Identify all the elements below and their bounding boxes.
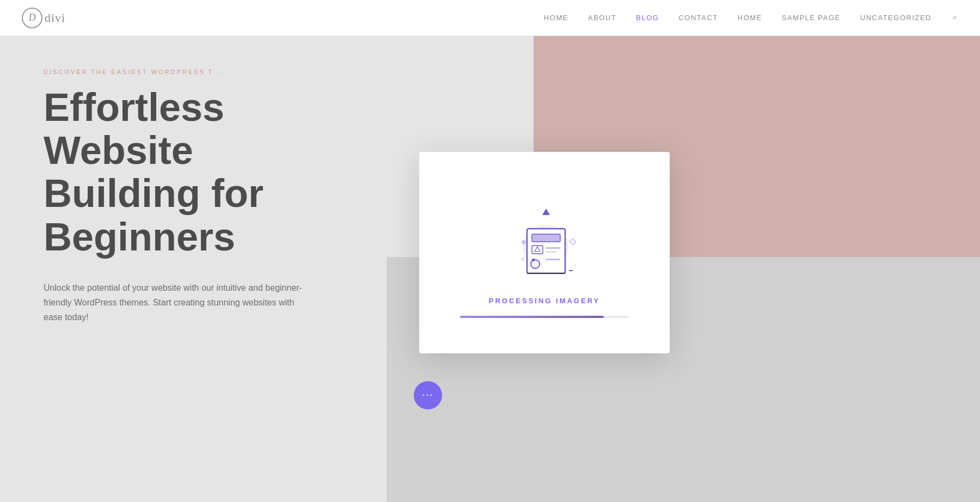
nav-sample-page[interactable]: SAMPLE PAGE [782, 14, 841, 22]
svg-rect-2 [532, 234, 560, 242]
nav-about[interactable]: ABOUT [588, 14, 616, 22]
logo-icon: D [22, 8, 42, 28]
progress-bar-container [460, 316, 629, 318]
fab-button[interactable]: ··· [414, 381, 442, 409]
logo[interactable]: D divi [22, 8, 65, 28]
svg-rect-5 [546, 247, 560, 249]
nav-home-1[interactable]: HOME [544, 14, 568, 22]
nav-blog[interactable]: BLOG [636, 14, 659, 22]
progress-bar-fill [460, 316, 604, 318]
main-content: DISCOVER THE EASIEST WORDPRESS T... Effo… [0, 36, 980, 502]
processing-label: PROCESSING IMAGERY [489, 297, 600, 305]
svg-rect-13 [569, 238, 575, 244]
fab-icon: ··· [422, 389, 434, 402]
processing-modal: PROCESSING IMAGERY [419, 152, 670, 353]
main-nav: HOME ABOUT BLOG CONTACT HOME SAMPLE PAGE… [544, 13, 958, 23]
svg-rect-6 [546, 251, 556, 253]
svg-point-12 [522, 240, 526, 244]
processing-illustration [501, 193, 588, 280]
header: D divi HOME ABOUT BLOG CONTACT HOME SAMP… [0, 0, 980, 36]
svg-rect-9 [546, 259, 560, 260]
nav-home-2[interactable]: HOME [738, 14, 762, 22]
nav-uncategorized[interactable]: UNCATEGORIZED [860, 14, 932, 22]
search-button[interactable]: ⚬ [951, 13, 958, 23]
svg-marker-11 [542, 209, 550, 215]
nav-contact[interactable]: CONTACT [678, 14, 718, 22]
svg-rect-8 [532, 259, 535, 261]
logo-text: divi [45, 11, 65, 25]
modal-overlay: PROCESSING IMAGERY [0, 36, 980, 502]
